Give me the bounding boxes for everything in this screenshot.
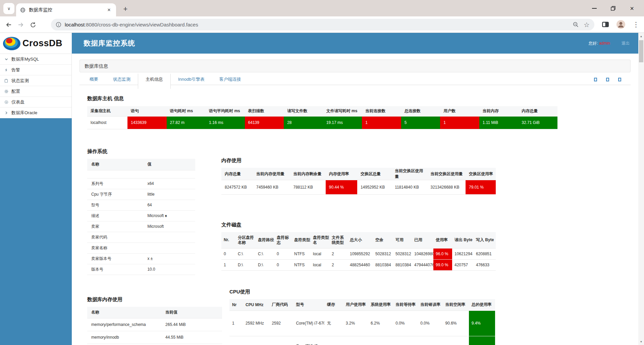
bookmark-star-icon[interactable]: ☆ xyxy=(584,21,590,29)
cell: 109855292 xyxy=(347,248,373,259)
cell: 5028312 xyxy=(393,248,412,259)
cell xyxy=(143,232,195,243)
column-header: 当前空闲率 xyxy=(443,299,469,310)
profile-avatar[interactable] xyxy=(616,19,626,29)
tab-title: 数据库监控 xyxy=(29,7,106,13)
cell: 265.44 MiB xyxy=(161,318,222,331)
cell: 488254460 xyxy=(347,259,373,270)
sidebar-item-label: 配置 xyxy=(11,88,20,94)
column-header: 当前交换区使用量 xyxy=(391,168,427,180)
scroll-up-arrow-icon[interactable]: ▲ xyxy=(638,33,644,39)
sidebar-item-oracle[interactable]: 数据库Oracle xyxy=(0,108,71,118)
cell: 卖家 xyxy=(87,221,143,232)
cell: local xyxy=(311,248,329,259)
cell-usage-rate: 99.0 % xyxy=(433,259,452,270)
browser-menu-button[interactable]: ⋮ xyxy=(633,19,639,29)
tab-innodb-tables[interactable]: Innodb引擎表 xyxy=(171,74,212,85)
chevron-down-icon: ∨ xyxy=(7,6,11,11)
cell-mem-free: 788112 KB xyxy=(290,180,325,195)
table-row: 卖家 Microsoft xyxy=(87,221,195,232)
column-header: 总连接数 xyxy=(401,106,440,116)
sidebar-item-label: 状态监测 xyxy=(11,78,29,84)
column-header: 已用 xyxy=(412,232,433,248)
os-table: 名称 值 系列号 x64 Cpu 字节序 little 型号 64 描述 Mic xyxy=(87,159,195,275)
window-close-button[interactable]: × xyxy=(623,0,641,16)
sidebar-item-mysql[interactable]: 数据库MySQL xyxy=(0,54,71,65)
os-title: 操作系统 xyxy=(87,148,195,155)
column-header: 内存总量 xyxy=(221,168,253,180)
table-row: Cpu 字节序 little xyxy=(87,189,195,200)
greeting-label: 您好: xyxy=(589,41,598,46)
reload-button[interactable] xyxy=(28,20,38,29)
cell: 90.6% xyxy=(443,310,469,336)
cell: 系列号 xyxy=(87,178,143,189)
cell-swap-used: 11814840 KB xyxy=(391,180,427,195)
column-header: Nr xyxy=(229,299,243,310)
cell: 卖家名称 xyxy=(87,243,143,253)
cell: 104826980 xyxy=(412,248,433,259)
db-memory-table: 名称 当前值 memory/performance_schema 265.44 … xyxy=(87,307,222,344)
page-scrollbar[interactable]: ▲ ▼ xyxy=(638,33,644,345)
table-header-row: Nr. 分区盘符名称 盘符路径 盘符标志 盘符类型 盘符类型名 文件系统类型 总… xyxy=(221,232,496,248)
tab-action-icons xyxy=(594,74,631,85)
scroll-down-arrow-icon[interactable]: ▼ xyxy=(638,339,644,344)
cell: memory/innodb xyxy=(87,331,161,344)
panel-action-icon[interactable] xyxy=(618,78,621,81)
cpu-section: CPU使用 Nr CPU MHz 厂商代码 型号 缓存 用户使用率 系统使用率 … xyxy=(229,289,495,345)
column-header: 当前内存剩余量 xyxy=(290,168,325,180)
sidebar-item-status-monitor[interactable]: 状态监测 xyxy=(0,75,71,86)
disk-table: Nr. 分区盘符名称 盘符路径 盘符标志 盘符类型 盘符类型名 文件系统类型 总… xyxy=(221,232,496,271)
zoom-out-icon[interactable] xyxy=(573,21,579,28)
cell-mem-usage-rate: 90.44 % xyxy=(326,180,357,195)
back-button[interactable] xyxy=(4,20,13,29)
column-header: CPU MHz xyxy=(243,299,269,310)
address-bar[interactable]: localhost:8080/cross-db-engine/views/vie… xyxy=(51,19,594,30)
column-header: 读出 Byte xyxy=(452,232,474,248)
tab-overview[interactable]: 概要 xyxy=(82,74,106,85)
tab-client-connections[interactable]: 客户端连接 xyxy=(212,74,249,85)
cell-cpu-model: Core(TM) i7- xyxy=(293,336,324,345)
window-minimize-button[interactable] xyxy=(585,0,604,16)
sidebar-item-dashboard[interactable]: 仪表盘 xyxy=(0,97,71,108)
column-header: 文件系统类型 xyxy=(329,232,347,248)
panel-action-icon[interactable] xyxy=(594,78,597,81)
cell-file-rw-count: 28 xyxy=(284,116,323,129)
cell-statements: 1433639 xyxy=(127,116,167,129)
column-header: 语句平均耗时 ms xyxy=(206,106,245,116)
cell: 版本号 xyxy=(87,264,143,275)
column-header: 当前内存使用量 xyxy=(253,168,290,180)
username: admin xyxy=(599,41,610,46)
cell: 476633 xyxy=(474,259,496,270)
column-header: 系统使用率 xyxy=(368,299,393,310)
new-tab-button[interactable]: + xyxy=(120,4,131,14)
memory-title: 内存使用 xyxy=(221,157,496,164)
host-info-section: 数据库主机 信息 采集宿主机 语句 语句耗时 ms 语句平均耗时 ms 表扫描数… xyxy=(87,95,557,129)
cell: 10621294 xyxy=(452,248,474,259)
url-text[interactable]: localhost:8080/cross-db-engine/views/vie… xyxy=(65,22,568,27)
cell-mem-total: 8247572 KB xyxy=(221,180,253,195)
column-header: 总的使用率 xyxy=(469,299,495,310)
browser-tab[interactable]: 数据库监控 × xyxy=(16,3,116,16)
header-user-area: 您好: admin 退出 xyxy=(589,33,630,54)
scrollbar-thumb[interactable] xyxy=(639,40,643,62)
panel-action-icon[interactable] xyxy=(606,78,609,81)
window-restore-button[interactable] xyxy=(604,0,623,16)
table-row xyxy=(87,170,195,178)
column-header: 盘符类型名 xyxy=(311,232,329,248)
column-header: 名称 xyxy=(87,307,161,318)
main-content: 数据库信息 概要 状态监测 主机信息 Innodb引擎表 客户端连接 数据库主机… xyxy=(72,54,638,345)
tab-search-chevron-button[interactable]: ∨ xyxy=(3,3,14,14)
logout-link[interactable]: 退出 xyxy=(622,41,630,46)
forward-button[interactable] xyxy=(16,20,25,29)
tab-status-monitor[interactable]: 状态监测 xyxy=(106,74,138,85)
cell: 10.0 xyxy=(143,264,195,275)
cell: D:\ xyxy=(235,259,256,270)
sidebar-item-alerts[interactable]: 告警 xyxy=(0,65,71,75)
tab-host-info[interactable]: 主机信息 xyxy=(138,74,171,89)
page-info-icon[interactable] xyxy=(56,22,61,27)
tab-close-icon[interactable]: × xyxy=(106,7,112,13)
column-header: Nr. xyxy=(221,232,235,248)
sidebar-item-config[interactable]: 配置 xyxy=(0,86,71,97)
side-panel-button[interactable] xyxy=(601,20,610,29)
table-row: 系列号 x64 xyxy=(87,178,195,189)
